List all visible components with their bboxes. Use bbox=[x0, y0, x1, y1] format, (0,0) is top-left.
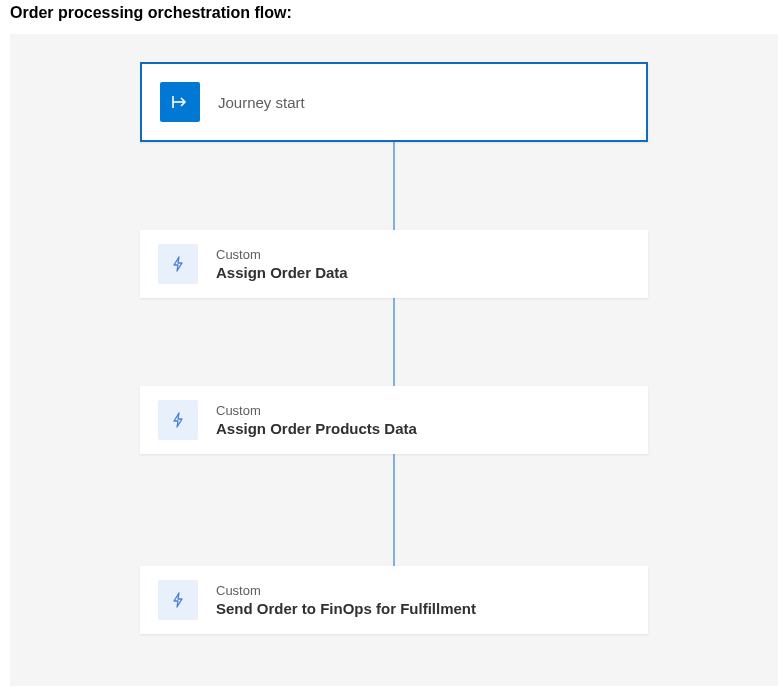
start-node-label: Journey start bbox=[218, 94, 305, 111]
flow-connector bbox=[393, 298, 395, 386]
lightning-icon bbox=[158, 580, 198, 620]
lightning-icon bbox=[158, 244, 198, 284]
flow-node-assign-order-products-data[interactable]: Custom Assign Order Products Data bbox=[140, 386, 648, 454]
node-title: Assign Order Products Data bbox=[216, 420, 417, 437]
start-arrow-icon bbox=[160, 82, 200, 122]
node-category: Custom bbox=[216, 403, 417, 418]
flow-node-send-order-finops[interactable]: Custom Send Order to FinOps for Fulfillm… bbox=[140, 566, 648, 634]
node-title: Assign Order Data bbox=[216, 264, 348, 281]
node-category: Custom bbox=[216, 247, 348, 262]
node-category: Custom bbox=[216, 583, 476, 598]
node-title: Send Order to FinOps for Fulfillment bbox=[216, 600, 476, 617]
flow-canvas: Journey start Custom Assign Order Data C… bbox=[10, 34, 778, 686]
flow-connector bbox=[393, 142, 395, 230]
page-title: Order processing orchestration flow: bbox=[0, 0, 778, 34]
flow-node-start[interactable]: Journey start bbox=[140, 62, 648, 142]
lightning-icon bbox=[158, 400, 198, 440]
flow-connector bbox=[393, 454, 395, 566]
flow-node-assign-order-data[interactable]: Custom Assign Order Data bbox=[140, 230, 648, 298]
